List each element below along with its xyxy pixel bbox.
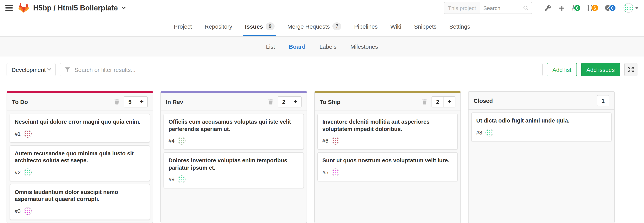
issue-card-meta: #5: [322, 168, 453, 176]
nav-tab-label: Pipelines: [354, 23, 378, 30]
chevron-down-icon: [47, 68, 51, 71]
user-menu-caret-icon[interactable]: [635, 7, 638, 9]
todo-count-badge: 0: [609, 5, 616, 11]
issue-card-meta: #3: [15, 207, 145, 215]
issue-card-number: #8: [476, 129, 482, 136]
issue-card[interactable]: Officiis eum accusamus voluptas qui iste…: [164, 114, 304, 150]
board-column-title: To Do: [12, 98, 114, 105]
issues-counter[interactable]: # 6: [572, 4, 581, 12]
search-input[interactable]: [480, 5, 523, 11]
top-bar: H5bp / Html5 Boilerplate This project # …: [0, 0, 644, 16]
issue-card-number: #5: [322, 169, 328, 175]
issue-card[interactable]: Ut dicta odio fugit animi unde quia. #8: [471, 113, 612, 141]
issue-assignee-avatar[interactable]: [24, 130, 32, 137]
project-nav: Project Repository Issues 9 Merge Reques…: [0, 16, 644, 37]
issue-card-number: #3: [15, 208, 21, 214]
issue-card[interactable]: Nesciunt qui dolore error magni quo quia…: [10, 114, 150, 142]
fullscreen-button[interactable]: [624, 63, 638, 76]
project-nav-tab[interactable]: Project: [174, 16, 192, 36]
project-nav-tab[interactable]: Wiki: [390, 16, 402, 36]
issue-card-meta: #2: [15, 168, 145, 176]
board-column-header: In Rev 2 +: [161, 93, 306, 111]
column-issue-count: 1: [597, 95, 609, 106]
nav-tab-label: Project: [174, 23, 192, 30]
admin-wrench-icon[interactable]: [544, 5, 551, 11]
issue-assignee-avatar[interactable]: [178, 175, 185, 183]
issue-card-title: Inventore deleniti mollitia aut asperior…: [322, 118, 453, 133]
nav-tab-label: Snippets: [414, 23, 436, 30]
issues-subnav-tab[interactable]: Labels: [320, 43, 336, 50]
user-avatar[interactable]: [624, 3, 633, 13]
board-column-list: Nesciunt qui dolore error magni quo quia…: [7, 111, 153, 222]
board-selector-value: Development: [12, 66, 46, 73]
nav-tab-label: Settings: [449, 23, 470, 30]
issue-card-title: Dolores inventore voluptas enim temporib…: [168, 157, 299, 171]
fullscreen-icon: [628, 66, 634, 73]
board-column: Closed 1 + Ut dicta odio fugit animi und…: [468, 91, 615, 223]
project-nav-tab[interactable]: Repository: [204, 16, 232, 36]
delete-list-trash-icon[interactable]: [422, 98, 427, 105]
board-filter-bar: Development Add list Add issues: [0, 56, 644, 76]
column-add-issue-button[interactable]: +: [444, 96, 455, 107]
nav-tab-label: Merge Requests: [287, 23, 330, 30]
todos-counter[interactable]: 0: [604, 5, 616, 11]
board-column-header: Closed 1 +: [468, 92, 614, 110]
project-switcher[interactable]: H5bp / Html5 Boilerplate: [33, 4, 126, 12]
board-column: In Rev 2 + Officiis eum accusamus volupt…: [160, 91, 307, 223]
issue-assignee-avatar[interactable]: [24, 207, 32, 215]
board-column-header: To Do 5 +: [7, 93, 153, 111]
add-issues-button[interactable]: Add issues: [581, 63, 620, 76]
column-count-group: 2 +: [278, 96, 302, 107]
issues-subnav-tab[interactable]: Board: [289, 43, 306, 50]
issue-assignee-avatar[interactable]: [485, 129, 493, 136]
issue-card-meta: #1: [15, 130, 145, 137]
issue-card[interactable]: Sunt ut quos nostrum eos voluptatum veli…: [317, 152, 458, 181]
merge-requests-counter[interactable]: 6: [587, 5, 598, 11]
column-count-group: 5 +: [124, 96, 148, 107]
search-icon: [523, 5, 529, 11]
issues-subnav-tab[interactable]: Milestones: [350, 43, 378, 50]
issue-card-number: #9: [168, 176, 174, 182]
issue-assignee-avatar[interactable]: [178, 137, 185, 145]
issue-assignee-avatar[interactable]: [24, 168, 32, 176]
issue-card-title: Nesciunt qui dolore error magni quo quia…: [15, 118, 145, 126]
issue-card[interactable]: Omnis laudantium dolor suscipit nemo asp…: [10, 184, 150, 220]
chevron-down-icon: [121, 6, 126, 10]
new-plus-icon[interactable]: [559, 5, 565, 11]
search-scope-label: This project: [444, 2, 480, 14]
project-nav-tab[interactable]: Snippets: [414, 16, 436, 36]
global-search: This project: [444, 2, 532, 14]
hamburger-menu-icon[interactable]: [6, 5, 13, 11]
issue-card[interactable]: Autem recusandae quo minima quia iusto s…: [10, 145, 150, 181]
issues-sub-nav: List Board Labels Milestones: [0, 37, 644, 56]
delete-list-trash-icon[interactable]: [114, 98, 119, 105]
project-nav-tab[interactable]: Merge Requests 7: [287, 16, 342, 36]
project-title: H5bp / Html5 Boilerplate: [33, 4, 118, 12]
gitlab-issue-board-page: H5bp / Html5 Boilerplate This project # …: [0, 0, 644, 223]
board-column: To Do 5 + Nesciunt qui dolore error magn…: [6, 91, 153, 223]
issues-subnav-tab[interactable]: List: [266, 43, 275, 50]
issue-assignee-avatar[interactable]: [332, 137, 339, 145]
add-list-button[interactable]: Add list: [547, 63, 577, 76]
column-issue-count: 2: [278, 96, 290, 107]
project-nav-tab[interactable]: Pipelines: [354, 16, 378, 36]
column-add-issue-button[interactable]: +: [136, 96, 147, 107]
board-selector-dropdown[interactable]: Development: [6, 63, 56, 76]
filter-search-input[interactable]: [74, 66, 538, 73]
issue-card[interactable]: Inventore deleniti mollitia aut asperior…: [317, 114, 458, 150]
issue-card-title: Officiis eum accusamus voluptas qui iste…: [168, 118, 299, 133]
issues-count-badge: 6: [574, 5, 581, 11]
delete-list-trash-icon[interactable]: [268, 98, 273, 105]
column-add-issue-button[interactable]: +: [290, 96, 301, 107]
nav-tab-badge: 9: [266, 22, 274, 30]
issue-card[interactable]: Dolores inventore voluptas enim temporib…: [164, 152, 304, 188]
nav-tab-label: Repository: [204, 23, 232, 30]
filter-search-box: [60, 63, 543, 76]
gitlab-logo-icon[interactable]: [18, 3, 29, 13]
column-count-group: 2 +: [431, 96, 456, 107]
issue-card-number: #1: [15, 131, 21, 137]
project-nav-tab[interactable]: Issues 9: [245, 16, 274, 36]
project-nav-tab[interactable]: Settings: [449, 16, 470, 36]
mr-count-badge: 6: [591, 5, 598, 11]
issue-assignee-avatar[interactable]: [332, 168, 339, 176]
